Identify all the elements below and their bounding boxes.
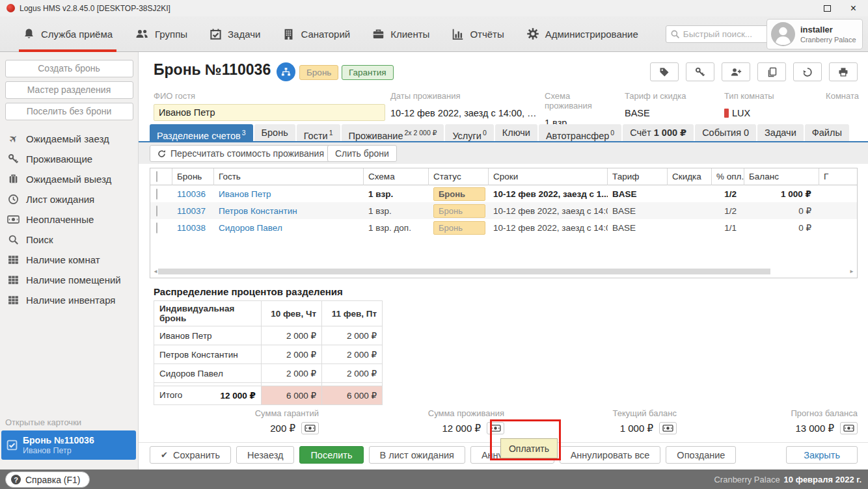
table-row[interactable]: 110038 Сидоров Павел 1 взр. доп. Бронь 1… — [150, 219, 857, 236]
scroll-left-icon[interactable]: ◄ — [153, 269, 158, 274]
summary-stay-amount: Сумма проживания 12 000 ₽ — [319, 408, 504, 434]
add-guest-button[interactable] — [722, 62, 750, 81]
status-badge: Бронь — [433, 204, 485, 218]
nav-tab-tasks[interactable]: Задачи — [210, 16, 260, 52]
close-icon[interactable]: × — [850, 5, 856, 12]
history-icon — [802, 67, 813, 77]
no-show-button[interactable]: Незаезд — [236, 446, 294, 464]
tab-transfer[interactable]: Автотрансфер0 — [539, 124, 621, 141]
maximize-icon[interactable] — [824, 5, 831, 12]
refresh-icon — [157, 150, 166, 158]
distribution-row: Сидоров Павел 2 000 ₽ 2 000 ₽ — [154, 364, 383, 383]
sidebar-item-label: Наличие комнат — [26, 254, 100, 265]
save-button[interactable]: ✔Сохранить — [150, 446, 231, 464]
nav-tab-sanatorium[interactable]: Санаторий — [282, 16, 350, 52]
user-chip[interactable]: installer Cranberry Palace — [766, 19, 863, 49]
pay-forecast-button[interactable] — [840, 422, 858, 434]
tab-guests[interactable]: Гости1 — [297, 124, 340, 141]
row-checkbox[interactable] — [156, 205, 157, 217]
history-button[interactable] — [793, 62, 822, 81]
scroll-right-icon[interactable]: ► — [849, 269, 854, 274]
pay-tooltip: Оплатить — [500, 438, 558, 458]
guest-name-input[interactable] — [154, 104, 385, 121]
nav-tab-reports[interactable]: Отчёты — [452, 16, 504, 52]
booking-id-link[interactable]: 110037 — [172, 206, 214, 216]
tags-button[interactable] — [650, 62, 679, 81]
table-row[interactable]: 110037 Петров Константин 1 взр. Бронь 10… — [150, 202, 857, 219]
create-booking-button[interactable]: Создать бронь — [5, 60, 133, 77]
sidebar-item-waiting-list[interactable]: Лист ожидания — [0, 189, 138, 209]
row-checkbox[interactable] — [156, 222, 157, 233]
tab-stay[interactable]: Проживание2x 2 000 ₽ — [342, 124, 444, 141]
tab-files[interactable]: Файлы — [805, 124, 849, 141]
booking-id-link[interactable]: 110038 — [172, 223, 214, 233]
col-header: Сроки — [489, 168, 608, 185]
late-button[interactable]: Опоздание — [666, 446, 736, 464]
nav-tab-label: Администрирование — [545, 29, 638, 40]
total-label: Итого — [159, 390, 182, 401]
nav-tab-clients[interactable]: Клиенты — [372, 16, 429, 52]
help-button[interactable]: ? Справка (F1) — [5, 471, 90, 488]
sidebar-item-unpaid[interactable]: Неоплаченные — [0, 209, 138, 230]
open-card-booking[interactable]: Бронь №110036 Иванов Петр — [1, 430, 136, 460]
sidebar-item-inventory-availability[interactable]: Наличие инвентаря — [0, 290, 138, 310]
tab-keys[interactable]: Ключи — [495, 124, 537, 141]
sidebar-item-expected-arrival[interactable]: ✈ Ожидаемый заезд — [0, 129, 138, 149]
quick-search-input[interactable] — [666, 25, 781, 43]
summary-current-balance: Текущий баланс 1 000 ₽ — [504, 408, 677, 434]
nav-tab-administration[interactable]: Администрирование — [526, 16, 638, 52]
total-sum: 12 000 ₽ — [221, 390, 256, 401]
nav-tab-reception[interactable]: Служба приёма — [23, 16, 113, 52]
col-header: Баланс — [744, 168, 819, 185]
tab-booking[interactable]: Бронь — [254, 124, 295, 141]
split-wizard-button[interactable]: Мастер разделения — [5, 81, 133, 99]
nav-tab-label: Санаторий — [301, 29, 350, 40]
field-value — [802, 104, 859, 108]
open-card-subtitle: Иванов Петр — [23, 446, 94, 456]
status-badge-guarantee: Гарантия — [342, 65, 394, 80]
status-badge-booking: Бронь — [299, 65, 338, 80]
tab-services[interactable]: Услуги0 — [445, 124, 493, 141]
checkin-without-booking-button[interactable]: Поселить без брони — [5, 103, 133, 120]
copy-button[interactable] — [757, 62, 786, 81]
table-row[interactable]: 110036 Иванов Петр 1 взр. Бронь 10-12 фе… — [150, 185, 857, 202]
tab-badge: 3 — [242, 129, 246, 137]
select-all-checkbox[interactable] — [156, 171, 157, 182]
sidebar-item-space-availability[interactable]: Наличие помещений — [0, 270, 138, 290]
tab-badge: 0 — [744, 127, 749, 138]
group-link-icon[interactable] — [277, 62, 295, 81]
check-in-button[interactable]: Поселить — [299, 446, 363, 464]
to-waiting-list-button[interactable]: В лист ожидания — [369, 446, 465, 464]
scrollbar-thumb[interactable] — [158, 269, 770, 274]
tab-events[interactable]: События0 — [695, 124, 756, 141]
cancel-all-button[interactable]: Аннулировать все — [560, 446, 661, 464]
print-button[interactable] — [829, 62, 858, 81]
nav-tab-label: Группы — [155, 29, 187, 40]
close-button[interactable]: Закрыть — [786, 446, 858, 464]
tab-tasks[interactable]: Задачи — [757, 124, 804, 141]
pay-balance-button[interactable] — [659, 422, 677, 434]
row-checkbox[interactable] — [156, 189, 157, 200]
sidebar-item-room-availability[interactable]: Наличие комнат — [0, 250, 138, 270]
sidebar-item-residents[interactable]: Проживающие — [0, 149, 138, 169]
horizontal-scrollbar[interactable]: ◄ ► — [152, 268, 856, 275]
pay-stay-button[interactable] — [487, 422, 504, 434]
tab-toolbar: Пересчитать стоимость проживания Слить б… — [139, 142, 868, 164]
booking-id-link[interactable]: 110036 — [172, 189, 214, 199]
nav-tab-groups[interactable]: Группы — [135, 16, 187, 52]
pay-guarantee-button[interactable] — [301, 422, 319, 434]
guest-link[interactable]: Иванов Петр — [214, 189, 364, 199]
window-titlebar: Logus HMS v2.8.45.0 [DESKTOP-38SJ2KI] × — [0, 0, 868, 16]
recalculate-cost-button[interactable]: Пересчитать стоимость проживания — [150, 145, 332, 162]
totals-summary: Сумма гарантий 200 ₽ Сумма проживания 12… — [139, 408, 858, 434]
tab-account[interactable]: Счёт1 000 ₽ — [623, 124, 694, 141]
merge-bookings-button[interactable]: Слить брони — [327, 145, 397, 162]
tab-badge: 0 — [483, 129, 487, 137]
sidebar-item-expected-departure[interactable]: Ожидаемый выезд — [0, 169, 138, 189]
keys-button[interactable] — [686, 62, 714, 81]
user-name: installer — [800, 25, 856, 35]
tab-bill-split[interactable]: Разделение счетов3 — [150, 124, 253, 141]
sidebar-item-search[interactable]: Поиск — [0, 230, 138, 250]
guest-link[interactable]: Петров Константин — [214, 206, 364, 216]
guest-link[interactable]: Сидоров Павел — [214, 223, 364, 233]
